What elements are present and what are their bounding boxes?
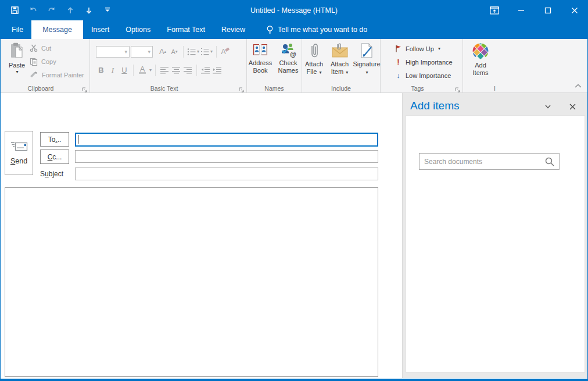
ribbon-tab-row: File Message Insert Options Format Text … [0,20,588,39]
send-button[interactable]: Send [5,131,33,175]
customize-qat-icon[interactable] [101,4,114,17]
tab-file[interactable]: File [3,20,31,39]
to-button[interactable]: To... [40,132,69,147]
ribbon: Paste ▾ Cut Copy Format Painter [0,39,588,93]
tab-insert[interactable]: Insert [83,20,117,39]
format-painter-label: Format Painter [42,72,84,79]
ribbon-display-options-icon[interactable] [481,0,508,20]
message-body[interactable] [5,187,378,377]
paste-dropdown-icon[interactable]: ▾ [16,69,18,74]
basic-text-group-label: Basic Text [90,85,238,92]
next-item-icon[interactable] [83,4,95,17]
message-window: Untitled - Message (HTML) File Message I… [0,0,588,381]
save-icon[interactable] [8,4,21,17]
low-importance-button[interactable]: ↓ Low Importance [395,69,462,82]
signature-dropdown-icon: ▾ [365,70,368,75]
decrease-indent-button[interactable] [200,65,211,76]
cut-button[interactable]: Cut [30,41,84,55]
cut-label: Cut [41,45,51,52]
tell-me-label: Tell me what you want to do [278,26,367,34]
search-input[interactable] [420,158,544,166]
follow-up-label: Follow Up [406,45,434,52]
clear-formatting-button[interactable]: A [220,46,231,58]
font-size-combo[interactable]: ▾ [131,46,153,58]
align-left-button[interactable] [159,65,170,76]
ribbon-group-addin: AddItems I [463,39,498,92]
addin-group-label: I [463,85,498,92]
attach-file-button[interactable]: AttachFile ▾ [302,39,326,81]
cc-field[interactable] [75,150,378,163]
title-bar: Untitled - Message (HTML) [0,0,588,20]
attach-item-label-1: Attach [331,60,349,67]
attach-file-dropdown-icon: ▾ [319,70,321,75]
signature-icon [359,42,374,59]
signature-button[interactable]: Signature▾ [353,39,380,81]
format-painter-icon [30,71,38,79]
format-painter-button[interactable]: Format Painter [30,68,84,81]
subject-field[interactable] [75,168,378,180]
tab-format-text[interactable]: Format Text [159,20,213,39]
subject-label: Subject [40,170,63,178]
window-border-bottom [0,379,588,381]
cut-icon [30,44,38,52]
underline-letter: U [121,66,127,74]
attach-item-button[interactable]: AttachItem ▾ [327,39,352,81]
maximize-button[interactable] [535,0,561,20]
high-importance-button[interactable]: ! High Importance [395,55,462,69]
paste-button[interactable]: Paste ▾ [4,39,30,81]
to-button-label: To... [48,136,62,144]
to-field[interactable] [75,133,378,147]
font-color-dropdown-icon[interactable]: ▾ [149,67,152,73]
tags-dialog-launcher-icon[interactable] [455,85,461,91]
address-book-button[interactable]: AddressBook [248,39,273,81]
taskpane-close-icon[interactable] [567,101,578,112]
font-name-combo[interactable]: ▾ [96,46,130,58]
collapse-ribbon-icon[interactable] [574,80,582,91]
add-items-button[interactable]: AddItems [467,39,494,81]
copy-button[interactable]: Copy [30,55,84,68]
tell-me-box[interactable]: Tell me what you want to do [260,20,373,39]
ribbon-group-include: AttachFile ▾ AttachItem ▾ [302,39,381,92]
underline-button[interactable]: U [119,65,130,76]
svg-text:@: @ [290,51,296,58]
attach-item-label-2: Item [331,68,343,75]
follow-up-button[interactable]: Follow Up ▾ [395,42,462,55]
send-label: Send [10,157,27,165]
bold-letter: B [98,66,103,74]
check-names-button[interactable]: @ CheckNames [275,39,301,81]
tab-review[interactable]: Review [213,20,253,39]
increase-indent-button[interactable] [212,65,223,76]
clipboard-dialog-launcher-icon[interactable] [82,85,88,91]
font-color-button[interactable]: A [137,65,148,76]
tab-message[interactable]: Message [31,20,83,39]
numbering-button[interactable]: ▾ [200,46,213,58]
search-box [419,153,560,170]
compose-area: Send To... Cc... Subject Add items [0,93,588,378]
attach-item-dropdown-icon: ▾ [346,70,348,75]
copy-icon [30,58,38,66]
align-right-button[interactable] [182,65,193,76]
check-names-label-1: Check [279,59,297,66]
copy-label: Copy [41,58,56,65]
basic-text-dialog-launcher-icon[interactable] [239,85,245,91]
grow-font-button[interactable]: A▴ [157,46,168,58]
close-button[interactable] [561,0,588,20]
signature-label: Signature [353,60,380,67]
attach-file-label-1: Attach [305,60,323,67]
previous-item-icon [64,4,77,17]
bullets-button[interactable]: ▾ [187,46,199,58]
taskpane-dropdown-icon[interactable] [542,101,554,112]
bold-button[interactable]: B [96,65,106,76]
align-center-button[interactable] [171,65,181,76]
search-icon[interactable] [544,156,555,167]
shrink-font-button[interactable]: A▾ [169,46,180,58]
cc-button[interactable]: Cc... [40,149,69,164]
tab-options[interactable]: Options [117,20,159,39]
ribbon-group-clipboard: Paste ▾ Cut Copy Format Painter [0,39,90,92]
italic-button[interactable]: I [107,65,118,76]
minimize-button[interactable] [508,0,535,20]
attach-item-icon [331,42,349,59]
attach-file-icon [310,42,319,59]
ribbon-spacer [498,39,588,92]
add-items-label-2: Items [473,69,489,76]
